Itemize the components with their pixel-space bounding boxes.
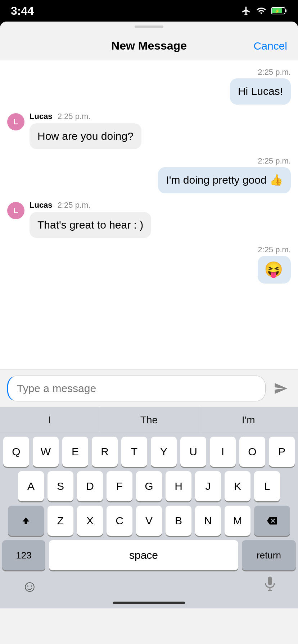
key-e[interactable]: E: [62, 437, 88, 467]
airplane-icon: [241, 6, 251, 16]
message-time: 2:25 p.m.: [158, 156, 291, 166]
message-bubble-wrapper: 2:25 p.m. Hi Lucas!: [230, 68, 291, 105]
key-a[interactable]: A: [18, 471, 44, 501]
key-row-2: A S D F G H J K L: [2, 471, 296, 501]
mic-button[interactable]: [263, 576, 276, 597]
message-time: 2:25 p.m.: [230, 68, 291, 77]
backspace-key[interactable]: [254, 506, 290, 536]
key-h[interactable]: H: [166, 471, 191, 501]
sender-name: Lucas: [30, 112, 53, 121]
svg-rect-4: [268, 576, 272, 585]
key-y[interactable]: Y: [151, 437, 177, 467]
emoji-button[interactable]: ☺: [22, 577, 38, 595]
message-row: 2:25 p.m. Hi Lucas!: [7, 68, 291, 105]
message-row: 2:25 p.m. 😝: [7, 245, 291, 284]
key-v[interactable]: V: [136, 506, 162, 536]
message-bubble: I'm doing pretty good 👍: [158, 167, 291, 193]
message-row: L Lucas 2:25 p.m. How are you doing?: [7, 112, 291, 150]
chat-area: 2:25 p.m. Hi Lucas! L Lucas 2:25 p.m. Ho…: [0, 60, 298, 369]
key-row-1: Q W E R T Y U I O P: [2, 437, 296, 467]
message-bubble: How are you doing?: [30, 123, 141, 150]
message-row: 2:25 p.m. I'm doing pretty good 👍: [7, 156, 291, 193]
message-meta: Lucas 2:25 p.m.: [30, 201, 151, 210]
sender-name: Lucas: [30, 201, 53, 210]
bottom-bar: ☺: [0, 572, 298, 608]
status-icons: ⚡: [241, 6, 287, 16]
key-m[interactable]: M: [225, 506, 250, 536]
avatar: L: [7, 202, 24, 219]
key-z[interactable]: Z: [48, 506, 73, 536]
key-u[interactable]: U: [180, 437, 206, 467]
key-row-4: 123 space return: [2, 540, 296, 570]
key-f[interactable]: F: [107, 471, 132, 501]
message-bubble-wrapper: 2:25 p.m. 😝: [258, 245, 291, 284]
message-time: 2:25 p.m.: [58, 112, 91, 121]
microphone-icon: [263, 576, 276, 593]
key-j[interactable]: J: [195, 471, 221, 501]
keyboard: I The I'm Q W E R T Y U I O P A S: [0, 407, 298, 608]
key-x[interactable]: X: [77, 506, 103, 536]
svg-rect-1: [285, 9, 286, 12]
input-area: [0, 369, 298, 407]
key-l[interactable]: L: [254, 471, 280, 501]
send-icon: [274, 381, 288, 396]
backspace-icon: [266, 516, 279, 526]
battery-icon: ⚡: [271, 6, 287, 15]
sheet-handle: [135, 26, 163, 28]
key-r[interactable]: R: [92, 437, 118, 467]
nav-bar: New Message Cancel: [0, 32, 298, 60]
key-i[interactable]: I: [210, 437, 236, 467]
message-bubble: 😝: [258, 256, 291, 284]
shift-key[interactable]: [8, 506, 44, 536]
autocorrect-item[interactable]: I: [0, 407, 99, 433]
status-bar: 3:44 ⚡: [0, 0, 298, 22]
key-w[interactable]: W: [33, 437, 59, 467]
key-row-3: Z X C V B N M: [2, 506, 296, 536]
key-rows: Q W E R T Y U I O P A S D F G H J K: [0, 433, 298, 572]
message-meta: Lucas 2:25 p.m.: [30, 112, 141, 121]
key-c[interactable]: C: [107, 506, 132, 536]
autocorrect-item[interactable]: I'm: [199, 407, 298, 433]
message-bubble-wrapper: 2:25 p.m. I'm doing pretty good 👍: [158, 156, 291, 193]
key-s[interactable]: S: [48, 471, 73, 501]
key-q[interactable]: Q: [3, 437, 29, 467]
svg-text:⚡: ⚡: [275, 8, 280, 14]
message-input[interactable]: [7, 376, 266, 401]
message-bubble: That's great to hear : ): [30, 212, 151, 238]
return-key[interactable]: return: [242, 540, 296, 570]
shift-icon: [21, 516, 31, 526]
key-o[interactable]: O: [239, 437, 265, 467]
autocorrect-item[interactable]: The: [99, 407, 199, 433]
key-b[interactable]: B: [166, 506, 191, 536]
message-bubble-wrapper: Lucas 2:25 p.m. How are you doing?: [30, 112, 141, 150]
home-indicator: [113, 602, 185, 604]
message-row: L Lucas 2:25 p.m. That's great to hear :…: [7, 201, 291, 238]
key-d[interactable]: D: [77, 471, 103, 501]
space-key[interactable]: space: [49, 540, 238, 570]
avatar: L: [7, 113, 24, 130]
message-time: 2:25 p.m.: [58, 201, 91, 210]
nav-title: New Message: [111, 39, 187, 52]
autocorrect-bar: I The I'm: [0, 407, 298, 433]
message-bubble-wrapper: Lucas 2:25 p.m. That's great to hear : ): [30, 201, 151, 238]
key-p[interactable]: P: [269, 437, 295, 467]
wifi-icon: [256, 6, 267, 16]
message-time: 2:25 p.m.: [258, 245, 291, 254]
status-time: 3:44: [11, 4, 34, 18]
numbers-key[interactable]: 123: [2, 540, 45, 570]
message-bubble: Hi Lucas!: [230, 78, 291, 105]
key-k[interactable]: K: [225, 471, 250, 501]
key-n[interactable]: N: [195, 506, 221, 536]
key-t[interactable]: T: [121, 437, 147, 467]
cancel-button[interactable]: Cancel: [254, 40, 287, 52]
key-g[interactable]: G: [136, 471, 162, 501]
app-area: New Message Cancel 2:25 p.m. Hi Lucas! L…: [0, 32, 298, 644]
send-button[interactable]: [271, 378, 291, 399]
sheet-handle-area: [0, 22, 298, 32]
